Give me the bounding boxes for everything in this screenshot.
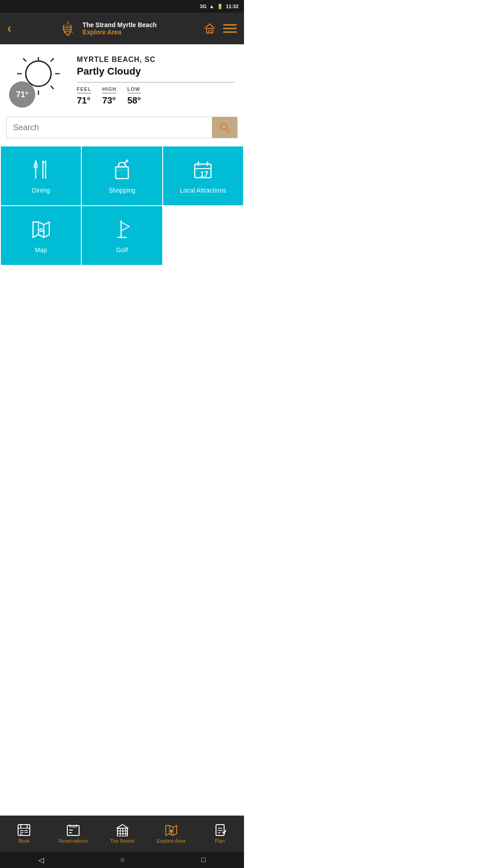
weather-stats: FEEL 71° HIGH 73° LOW 58° bbox=[77, 82, 235, 106]
high-value: 73° bbox=[102, 95, 117, 106]
map-tile[interactable]: ✕ Map bbox=[1, 206, 81, 265]
network-indicator: 3G bbox=[200, 4, 206, 9]
header-center: The Strand Myrtle Beach Explore Area bbox=[58, 19, 157, 38]
dining-icon bbox=[29, 158, 53, 181]
app-header: ‹ The Strand Myrtle Beach Explore Area bbox=[0, 13, 244, 44]
svg-point-16 bbox=[221, 123, 227, 130]
svg-rect-3 bbox=[208, 31, 211, 33]
weather-section: 71° MYRTLE BEACH, SC Partly Cloudy FEEL … bbox=[0, 44, 244, 112]
svg-rect-26 bbox=[117, 168, 127, 170]
shopping-tile[interactable]: Shopping bbox=[82, 146, 162, 205]
feel-label: FEEL bbox=[77, 86, 91, 94]
app-name: The Strand Myrtle Beach bbox=[83, 21, 157, 28]
high-stat: HIGH 73° bbox=[102, 86, 117, 106]
search-box bbox=[6, 117, 238, 138]
svg-point-15 bbox=[26, 61, 51, 86]
temperature-badge: 71° bbox=[9, 81, 35, 108]
signal-icon: ▲ bbox=[209, 4, 214, 9]
weather-info: MYRTLE BEACH, SC Partly Cloudy FEEL 71° … bbox=[77, 56, 235, 106]
search-input[interactable] bbox=[7, 117, 212, 138]
high-label: HIGH bbox=[102, 86, 117, 94]
shopping-label: Shopping bbox=[108, 187, 135, 194]
map-label: Map bbox=[35, 246, 47, 254]
low-label: LOW bbox=[127, 86, 141, 94]
local-attractions-icon: 17 bbox=[191, 158, 215, 181]
feel-stat: FEEL 71° bbox=[77, 86, 91, 106]
page-title: Explore Area bbox=[83, 28, 122, 36]
search-section bbox=[0, 112, 244, 146]
menu-icon[interactable] bbox=[223, 24, 237, 33]
weather-icon: 71° bbox=[9, 53, 68, 108]
time-display: 11:32 bbox=[226, 4, 239, 9]
svg-line-11 bbox=[23, 58, 26, 61]
grid-empty-cell bbox=[163, 206, 243, 265]
back-button[interactable]: ‹ bbox=[7, 21, 11, 36]
svg-line-17 bbox=[226, 129, 230, 132]
svg-marker-38 bbox=[121, 222, 129, 231]
svg-point-25 bbox=[126, 160, 128, 162]
golf-label: Golf bbox=[116, 246, 128, 254]
shopping-icon bbox=[110, 158, 134, 181]
low-value: 58° bbox=[127, 95, 141, 106]
status-bar: 3G ▲ 🔋 11:32 bbox=[0, 0, 244, 13]
shell-logo-icon bbox=[58, 19, 78, 38]
golf-tile[interactable]: Golf bbox=[82, 206, 162, 265]
home-icon[interactable] bbox=[203, 22, 216, 35]
dining-tile[interactable]: Dining bbox=[1, 146, 81, 205]
search-button[interactable] bbox=[212, 117, 237, 138]
search-icon bbox=[219, 122, 230, 133]
header-actions bbox=[203, 22, 237, 35]
svg-text:17: 17 bbox=[200, 170, 208, 178]
map-icon: ✕ bbox=[29, 217, 53, 241]
battery-icon: 🔋 bbox=[217, 4, 223, 9]
svg-line-14 bbox=[51, 86, 54, 89]
weather-condition: Partly Cloudy bbox=[77, 66, 235, 77]
header-title: The Strand Myrtle Beach Explore Area bbox=[83, 21, 157, 36]
dining-label: Dining bbox=[32, 187, 50, 194]
grid-row-1: Dining Shopping 17 Local Attractions bbox=[0, 146, 244, 206]
grid-row-2: ✕ Map Golf bbox=[0, 206, 244, 266]
local-attractions-label: Local Attractions bbox=[180, 187, 226, 194]
low-stat: LOW 58° bbox=[127, 86, 141, 106]
feel-value: 71° bbox=[77, 95, 91, 106]
golf-icon bbox=[110, 217, 134, 241]
svg-line-12 bbox=[51, 58, 54, 61]
weather-city: MYRTLE BEACH, SC bbox=[77, 56, 235, 64]
svg-rect-23 bbox=[116, 167, 128, 179]
local-attractions-tile[interactable]: 17 Local Attractions bbox=[163, 146, 243, 205]
svg-text:✕: ✕ bbox=[42, 230, 46, 235]
